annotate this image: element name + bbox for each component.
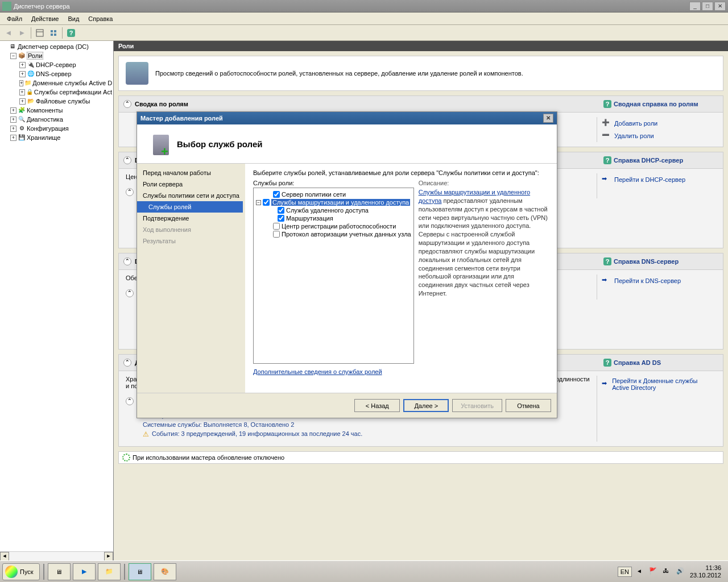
tree-root[interactable]: 🖥 Диспетчер сервера (DC): [1, 42, 112, 51]
rras-checkbox[interactable]: [263, 199, 270, 206]
language-indicator[interactable]: EN: [618, 567, 632, 577]
wizard-instruction: Выберите службы ролей, устанавливаемые д…: [253, 169, 549, 176]
menu-file[interactable]: Файл: [2, 14, 27, 23]
tree-storage[interactable]: +💾Хранилище: [10, 133, 112, 142]
toolbar-btn-2[interactable]: [47, 27, 60, 39]
tree-file[interactable]: +📂Файловые службы: [19, 97, 112, 106]
goto-dhcp-link[interactable]: ➡Перейти к DHCP-сервер: [597, 173, 716, 186]
tree-dhcp[interactable]: +🔌DHCP-сервер: [19, 60, 112, 69]
role-rras[interactable]: −Службы маршрутизации и удаленного досту…: [256, 198, 411, 206]
collapse-icon[interactable]: −: [256, 200, 261, 205]
task-powershell[interactable]: ▶: [73, 563, 96, 580]
task-explorer[interactable]: 🖥: [48, 563, 71, 580]
tree-adds[interactable]: +📁Доменные службы Active D: [19, 78, 112, 88]
wizard-close-button[interactable]: ✕: [543, 114, 553, 123]
remove-icon: ➖: [602, 131, 611, 140]
goto-icon: ➡: [602, 380, 609, 389]
task-server-manager[interactable]: 🖥: [129, 563, 151, 580]
menu-help[interactable]: Справка: [84, 14, 117, 23]
clock[interactable]: 11:36 23.10.2012: [690, 564, 721, 579]
svg-rect-4: [51, 34, 53, 36]
tree-roles[interactable]: −📦 Роли: [10, 51, 112, 60]
spinner-icon: [122, 454, 130, 462]
help-link[interactable]: Справка AD DS: [614, 359, 661, 366]
hra-checkbox[interactable]: [273, 223, 280, 230]
role-routing[interactable]: Маршрутизация: [256, 214, 411, 222]
taskbar: Пуск 🖥 ▶ 📁 🖥 🎨 EN ◄ 🚩 🖧 🔊 11:36 23.10.20…: [0, 560, 728, 582]
tree-hscrollbar[interactable]: ◄►: [0, 551, 113, 560]
hcap-checkbox[interactable]: [273, 231, 280, 238]
nav-before-begin[interactable]: Перед началом работы: [137, 167, 245, 178]
help-button[interactable]: ?: [65, 27, 77, 39]
next-button[interactable]: Далее >: [403, 399, 449, 412]
tree-dns[interactable]: +🌐DNS-сервер: [19, 69, 112, 78]
tree-components[interactable]: +🧩Компоненты: [10, 106, 112, 115]
nav-confirm[interactable]: Подтверждение: [137, 213, 245, 224]
collapse-icon[interactable]: ⌃: [126, 397, 134, 405]
menu-action[interactable]: Действие: [27, 14, 63, 23]
info-banner: Просмотр сведений о работоспособности ро…: [118, 56, 723, 91]
svg-rect-3: [54, 30, 56, 32]
collapse-icon[interactable]: ⌃: [123, 257, 131, 265]
help-link[interactable]: Сводная справка по ролям: [614, 101, 698, 107]
add-roles-link[interactable]: ➕Добавить роли: [597, 117, 716, 130]
collapse-icon[interactable]: ⌃: [123, 100, 131, 108]
goto-dns-link[interactable]: ➡Перейти к DNS-сервер: [597, 275, 716, 287]
menu-view[interactable]: Вид: [63, 14, 84, 23]
status-events[interactable]: События: 3 предупреждений, 19 информацио…: [143, 429, 592, 438]
collapse-icon[interactable]: ⌃: [126, 188, 134, 196]
status-text: При использовании мастера обновление отк…: [133, 454, 284, 461]
help-link[interactable]: Справка DHCP-сервер: [614, 157, 683, 164]
wizard-nav: Перед началом работы Роли сервера Службы…: [137, 164, 245, 393]
toolbar-btn-1[interactable]: [34, 27, 46, 39]
start-button[interactable]: Пуск: [2, 563, 40, 580]
help-icon: ?: [603, 100, 611, 108]
collapse-icon[interactable]: ⌃: [126, 289, 134, 297]
nav-role-services[interactable]: Службы ролей: [137, 201, 243, 213]
tray-sound-icon[interactable]: 🔊: [676, 567, 685, 576]
routing-checkbox[interactable]: [278, 215, 284, 222]
warning-icon: [143, 430, 150, 437]
wizard-titlebar[interactable]: Мастер добавления ролей ✕: [137, 112, 557, 124]
close-button[interactable]: ✕: [714, 2, 726, 11]
cancel-button[interactable]: Отмена: [506, 399, 551, 412]
description-header: Описание:: [419, 180, 549, 186]
tree-diag[interactable]: +🔍Диагностика: [10, 115, 112, 124]
nav-results: Результаты: [137, 235, 245, 247]
remove-roles-link[interactable]: ➖Удалить роли: [597, 130, 716, 142]
role-nps[interactable]: Сервер политики сети: [256, 190, 411, 198]
tray-network-icon[interactable]: 🖧: [663, 567, 672, 576]
role-services-tree[interactable]: Сервер политики сети −Службы маршрутизац…: [253, 188, 414, 364]
back-button[interactable]: < Назад: [354, 399, 400, 412]
goto-adds-link[interactable]: ➡Перейти к Доменные службы Active Direct…: [597, 376, 716, 393]
ras-checkbox[interactable]: [278, 207, 284, 214]
collapse-icon[interactable]: −: [10, 53, 16, 59]
role-hra[interactable]: Центр регистрации работоспособности: [256, 222, 411, 230]
window-title: Диспетчер сервера: [14, 3, 689, 10]
role-hcap[interactable]: Протокол авторизации учетных данных узла: [256, 230, 411, 238]
nps-checkbox[interactable]: [273, 191, 280, 198]
nav-server-roles[interactable]: Роли сервера: [137, 178, 245, 190]
status-services[interactable]: Системные службы: Выполняется 8, Останов…: [143, 420, 592, 429]
help-icon: ?: [603, 359, 611, 367]
minimize-button[interactable]: _: [689, 2, 701, 11]
help-link[interactable]: Справка DNS-сервер: [614, 258, 679, 265]
nav-nap[interactable]: Службы политики сети и доступа: [137, 190, 245, 201]
tray-expand-icon[interactable]: ◄: [636, 568, 644, 576]
collapse-icon[interactable]: ⌃: [123, 359, 131, 367]
task-paint[interactable]: 🎨: [154, 563, 176, 580]
navigation-tree[interactable]: 🖥 Диспетчер сервера (DC) −📦 Роли +🔌DHCP-…: [0, 41, 114, 551]
forward-button[interactable]: ►: [16, 27, 28, 39]
collapse-icon[interactable]: ⌃: [123, 156, 131, 164]
tray-flag-icon[interactable]: 🚩: [649, 567, 658, 576]
maximize-button[interactable]: □: [702, 2, 713, 11]
role-ras[interactable]: Служба удаленного доступа: [256, 206, 411, 214]
back-button[interactable]: ◄: [2, 27, 15, 39]
task-folder[interactable]: 📁: [98, 563, 121, 580]
more-info-link[interactable]: Дополнительные сведения о службах ролей: [253, 368, 414, 375]
wizard-icon: +: [146, 132, 169, 155]
clock-time: 11:36: [690, 564, 721, 572]
tree-cert[interactable]: +🔒Службы сертификации Act: [19, 88, 112, 97]
tree-config[interactable]: +⚙Конфигурация: [10, 124, 112, 133]
add-icon: ➕: [602, 119, 611, 128]
